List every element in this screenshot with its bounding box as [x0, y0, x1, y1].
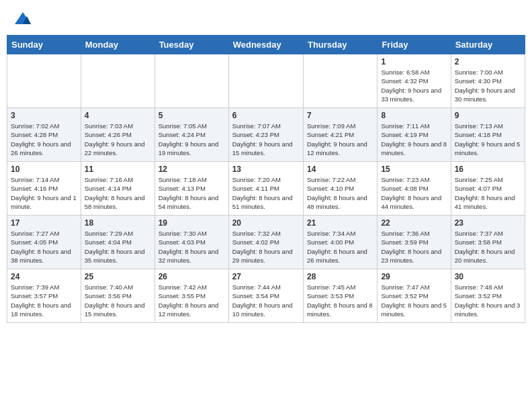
week-row-1: 1Sunrise: 6:58 AM Sunset: 4:32 PM Daylig…	[7, 54, 525, 108]
day-info: Sunrise: 7:07 AM Sunset: 4:23 PM Dayligh…	[232, 122, 300, 157]
day-number: 7	[307, 111, 373, 120]
day-info: Sunrise: 7:18 AM Sunset: 4:13 PM Dayligh…	[159, 175, 225, 211]
day-number: 28	[307, 272, 373, 281]
day-cell: 7Sunrise: 7:09 AM Sunset: 4:21 PM Daylig…	[303, 108, 377, 162]
day-number: 4	[85, 111, 151, 120]
day-cell: 10Sunrise: 7:14 AM Sunset: 4:16 PM Dayli…	[7, 162, 81, 216]
day-info: Sunrise: 7:16 AM Sunset: 4:14 PM Dayligh…	[85, 175, 151, 211]
calendar-wrapper: SundayMondayTuesdayWednesdayThursdayFrid…	[0, 35, 532, 323]
day-number: 10	[11, 165, 77, 174]
day-number: 11	[85, 165, 151, 174]
day-cell: 18Sunrise: 7:29 AM Sunset: 4:04 PM Dayli…	[81, 216, 154, 269]
day-info: Sunrise: 7:37 AM Sunset: 3:58 PM Dayligh…	[455, 229, 521, 265]
day-info: Sunrise: 7:27 AM Sunset: 4:05 PM Dayligh…	[11, 229, 77, 265]
week-row-5: 24Sunrise: 7:39 AM Sunset: 3:57 PM Dayli…	[7, 269, 525, 323]
day-cell: 11Sunrise: 7:16 AM Sunset: 4:14 PM Dayli…	[81, 162, 154, 216]
day-cell: 13Sunrise: 7:20 AM Sunset: 4:11 PM Dayli…	[228, 162, 303, 216]
weekday-header-saturday: Saturday	[451, 36, 525, 54]
day-cell: 17Sunrise: 7:27 AM Sunset: 4:05 PM Dayli…	[7, 216, 81, 269]
day-info: Sunrise: 7:42 AM Sunset: 3:55 PM Dayligh…	[159, 283, 225, 318]
day-cell	[81, 54, 154, 108]
day-info: Sunrise: 7:23 AM Sunset: 4:08 PM Dayligh…	[381, 175, 447, 211]
day-cell: 24Sunrise: 7:39 AM Sunset: 3:57 PM Dayli…	[7, 269, 81, 323]
page-header	[0, 0, 532, 35]
day-cell: 1Sunrise: 6:58 AM Sunset: 4:32 PM Daylig…	[378, 54, 451, 108]
day-cell: 25Sunrise: 7:40 AM Sunset: 3:56 PM Dayli…	[81, 269, 154, 323]
day-cell: 29Sunrise: 7:47 AM Sunset: 3:52 PM Dayli…	[378, 269, 451, 323]
day-info: Sunrise: 7:29 AM Sunset: 4:04 PM Dayligh…	[85, 229, 151, 265]
weekday-header-thursday: Thursday	[303, 36, 377, 54]
day-info: Sunrise: 7:11 AM Sunset: 4:19 PM Dayligh…	[381, 122, 447, 157]
day-number: 24	[11, 272, 77, 281]
week-row-4: 17Sunrise: 7:27 AM Sunset: 4:05 PM Dayli…	[7, 216, 525, 269]
day-info: Sunrise: 7:00 AM Sunset: 4:30 PM Dayligh…	[455, 68, 521, 103]
day-number: 14	[307, 165, 373, 174]
day-number: 16	[455, 165, 521, 174]
day-cell: 21Sunrise: 7:34 AM Sunset: 4:00 PM Dayli…	[303, 216, 377, 269]
day-info: Sunrise: 7:13 AM Sunset: 4:18 PM Dayligh…	[455, 122, 521, 157]
logo-icon	[13, 11, 32, 30]
weekday-header-row: SundayMondayTuesdayWednesdayThursdayFrid…	[7, 36, 525, 54]
day-cell: 22Sunrise: 7:36 AM Sunset: 3:59 PM Dayli…	[378, 216, 451, 269]
day-cell: 3Sunrise: 7:02 AM Sunset: 4:28 PM Daylig…	[7, 108, 81, 162]
day-info: Sunrise: 6:58 AM Sunset: 4:32 PM Dayligh…	[381, 68, 447, 103]
day-info: Sunrise: 7:25 AM Sunset: 4:07 PM Dayligh…	[455, 175, 521, 211]
day-number: 15	[381, 165, 447, 174]
day-info: Sunrise: 7:14 AM Sunset: 4:16 PM Dayligh…	[11, 175, 77, 211]
day-number: 2	[455, 57, 521, 66]
day-number: 19	[159, 218, 225, 228]
day-number: 3	[11, 111, 77, 120]
day-cell: 26Sunrise: 7:42 AM Sunset: 3:55 PM Dayli…	[154, 269, 228, 323]
day-info: Sunrise: 7:09 AM Sunset: 4:21 PM Dayligh…	[307, 122, 373, 157]
day-number: 17	[11, 218, 77, 228]
day-number: 1	[381, 57, 447, 66]
day-cell: 2Sunrise: 7:00 AM Sunset: 4:30 PM Daylig…	[451, 54, 525, 108]
day-info: Sunrise: 7:05 AM Sunset: 4:24 PM Dayligh…	[159, 122, 225, 157]
day-number: 5	[159, 111, 225, 120]
calendar-table: SundayMondayTuesdayWednesdayThursdayFrid…	[7, 35, 525, 323]
weekday-header-friday: Friday	[378, 36, 451, 54]
day-cell: 5Sunrise: 7:05 AM Sunset: 4:24 PM Daylig…	[154, 108, 228, 162]
day-number: 25	[85, 272, 151, 281]
day-cell: 6Sunrise: 7:07 AM Sunset: 4:23 PM Daylig…	[228, 108, 303, 162]
day-info: Sunrise: 7:03 AM Sunset: 4:26 PM Dayligh…	[85, 122, 151, 157]
day-cell: 4Sunrise: 7:03 AM Sunset: 4:26 PM Daylig…	[81, 108, 154, 162]
day-number: 12	[159, 165, 225, 174]
day-info: Sunrise: 7:34 AM Sunset: 4:00 PM Dayligh…	[307, 229, 373, 265]
day-cell: 30Sunrise: 7:48 AM Sunset: 3:52 PM Dayli…	[451, 269, 525, 323]
day-number: 13	[232, 165, 300, 174]
logo	[13, 11, 35, 30]
day-number: 21	[307, 218, 373, 228]
day-cell: 9Sunrise: 7:13 AM Sunset: 4:18 PM Daylig…	[451, 108, 525, 162]
day-info: Sunrise: 7:22 AM Sunset: 4:10 PM Dayligh…	[307, 175, 373, 211]
day-cell	[303, 54, 377, 108]
day-number: 26	[159, 272, 225, 281]
day-cell	[228, 54, 303, 108]
day-cell: 23Sunrise: 7:37 AM Sunset: 3:58 PM Dayli…	[451, 216, 525, 269]
day-info: Sunrise: 7:45 AM Sunset: 3:53 PM Dayligh…	[307, 283, 373, 318]
day-info: Sunrise: 7:30 AM Sunset: 4:03 PM Dayligh…	[159, 229, 225, 265]
day-number: 29	[381, 272, 447, 281]
day-info: Sunrise: 7:47 AM Sunset: 3:52 PM Dayligh…	[381, 283, 447, 318]
day-number: 22	[381, 218, 447, 228]
weekday-header-monday: Monday	[81, 36, 154, 54]
day-number: 6	[232, 111, 300, 120]
day-cell: 28Sunrise: 7:45 AM Sunset: 3:53 PM Dayli…	[303, 269, 377, 323]
day-info: Sunrise: 7:32 AM Sunset: 4:02 PM Dayligh…	[232, 229, 300, 265]
day-number: 23	[455, 218, 521, 228]
day-info: Sunrise: 7:40 AM Sunset: 3:56 PM Dayligh…	[85, 283, 151, 318]
weekday-header-sunday: Sunday	[7, 36, 81, 54]
day-info: Sunrise: 7:48 AM Sunset: 3:52 PM Dayligh…	[455, 283, 521, 318]
day-cell: 19Sunrise: 7:30 AM Sunset: 4:03 PM Dayli…	[154, 216, 228, 269]
day-number: 18	[85, 218, 151, 228]
day-info: Sunrise: 7:44 AM Sunset: 3:54 PM Dayligh…	[232, 283, 300, 318]
day-cell: 20Sunrise: 7:32 AM Sunset: 4:02 PM Dayli…	[228, 216, 303, 269]
day-cell: 15Sunrise: 7:23 AM Sunset: 4:08 PM Dayli…	[378, 162, 451, 216]
day-number: 30	[455, 272, 521, 281]
day-cell: 8Sunrise: 7:11 AM Sunset: 4:19 PM Daylig…	[378, 108, 451, 162]
day-number: 27	[232, 272, 300, 281]
week-row-2: 3Sunrise: 7:02 AM Sunset: 4:28 PM Daylig…	[7, 108, 525, 162]
weekday-header-tuesday: Tuesday	[154, 36, 228, 54]
day-info: Sunrise: 7:39 AM Sunset: 3:57 PM Dayligh…	[11, 283, 77, 318]
day-cell: 27Sunrise: 7:44 AM Sunset: 3:54 PM Dayli…	[228, 269, 303, 323]
